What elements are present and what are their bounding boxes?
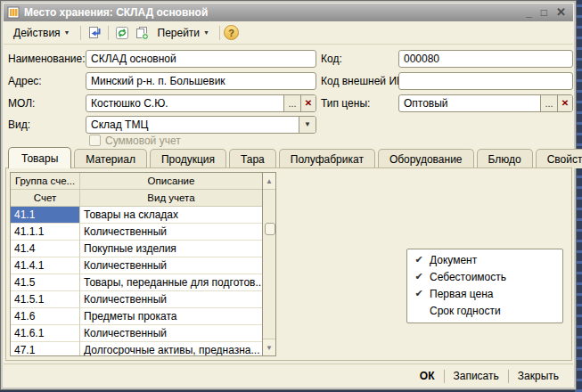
table-body: 41.1Товары на складах41.1.1Количественны… xyxy=(11,207,262,356)
code-input[interactable]: 000080 xyxy=(398,50,573,68)
description-cell[interactable]: Покупные изделия xyxy=(80,241,262,257)
code-label: Код: xyxy=(321,53,342,65)
menu-arrow-icon: ▼ xyxy=(64,29,70,36)
col-header-kind[interactable]: Вид учета xyxy=(80,190,262,207)
tab-тара[interactable]: Тара xyxy=(229,149,276,168)
dropdown-arrow-icon[interactable]: ▼ xyxy=(299,117,316,133)
titlebar[interactable]: Место хранения: СКЛАД основной _ □ ✕ xyxy=(4,4,573,21)
tab-оборудование[interactable]: Оборудование xyxy=(378,149,474,168)
accounts-grid: Группа сче... Описание Счет Вид учета 41… xyxy=(10,172,277,357)
tab-блюдо[interactable]: Блюдо xyxy=(477,149,533,168)
price-type-label: Тип цены: xyxy=(321,97,370,110)
toolbar-separator xyxy=(219,26,220,40)
minimize-button[interactable]: _ xyxy=(526,6,532,19)
scroll-down-icon[interactable]: ▼ xyxy=(263,339,275,355)
table-row[interactable]: 41.1Товары на складах xyxy=(11,207,262,224)
price-type-value: Оптовый xyxy=(399,95,540,111)
account-cell[interactable]: 41.6.1 xyxy=(11,325,80,342)
actions-menu-button[interactable]: Действия ▼ xyxy=(7,24,77,42)
mol-label: МОЛ: xyxy=(8,97,35,110)
kind-dropdown[interactable]: Склад ТМЦ ▼ xyxy=(86,116,316,134)
account-cell[interactable]: 41.5.1 xyxy=(11,291,80,308)
tab-продукция[interactable]: Продукция xyxy=(150,149,226,168)
close-button[interactable]: ✕ xyxy=(556,6,566,19)
table-subheader-row: Счет Вид учета xyxy=(11,190,262,207)
maximize-button[interactable]: □ xyxy=(541,6,547,19)
description-cell[interactable]: Количественный xyxy=(80,224,262,241)
algorithm-item[interactable]: ✔Себестоимость xyxy=(407,268,562,285)
col-header-account[interactable]: Счет xyxy=(11,190,80,207)
col-header-description[interactable]: Описание xyxy=(80,173,262,190)
description-cell[interactable]: Товары на складах xyxy=(80,207,262,224)
description-cell[interactable]: Количественный xyxy=(80,325,262,342)
mol-select-button[interactable]: ... xyxy=(283,95,300,111)
table-header-row: Группа сче... Описание xyxy=(11,173,262,190)
price-type-select-button[interactable]: ... xyxy=(540,95,557,111)
footer-command-bar: ОКЗаписатьЗакрыть xyxy=(4,363,573,388)
description-cell[interactable]: Долгосрочные активы, предназна... xyxy=(80,342,262,356)
table-row[interactable]: 41.4.1Количественный xyxy=(11,257,262,274)
address-input[interactable]: Минский р-н. п. Большевик xyxy=(86,72,316,90)
refresh-button[interactable] xyxy=(112,25,132,41)
algorithm-item-label: Себестоимость xyxy=(430,271,506,283)
price-type-input[interactable]: Оптовый ... ✕ xyxy=(398,94,573,112)
close-form-button[interactable]: Закрыть xyxy=(509,367,568,385)
col-header-account-group[interactable]: Группа сче... xyxy=(11,173,80,190)
price-type-clear-button[interactable]: ✕ xyxy=(557,95,572,111)
account-cell[interactable]: 41.4.1 xyxy=(11,257,80,274)
tab-материал[interactable]: Материал xyxy=(74,149,147,168)
sum-accounting-label: Суммовой учет xyxy=(105,135,181,147)
account-cell[interactable]: 41.5 xyxy=(11,274,80,291)
table-row[interactable]: 41.1.1Количественный xyxy=(11,224,262,241)
actions-label: Действия xyxy=(13,27,61,39)
screen: Место хранения: СКЛАД основной _ □ ✕ Дей… xyxy=(0,0,582,392)
mol-input[interactable]: Костюшко С.Ю. ... ✕ xyxy=(86,94,316,112)
mol-clear-button[interactable]: ✕ xyxy=(300,95,316,111)
name-input[interactable]: СКЛАД основной xyxy=(86,50,316,68)
description-cell[interactable]: Товары, переданные для подготов... xyxy=(80,274,262,291)
algorithm-item[interactable]: ✔Документ xyxy=(407,251,562,268)
table-row[interactable]: 41.6.1Количественный xyxy=(11,325,262,342)
account-cell[interactable]: 41.6 xyxy=(11,308,80,325)
description-cell[interactable]: Количественный xyxy=(80,291,262,308)
sum-accounting-checkbox xyxy=(89,135,101,146)
ext-code-input[interactable] xyxy=(398,72,573,90)
ok-button[interactable]: ОК xyxy=(411,367,444,385)
tab-свойства[interactable]: Свойства xyxy=(536,149,582,168)
account-cell[interactable]: 41.4 xyxy=(11,241,80,257)
algorithm-item[interactable]: ✔Первая цена xyxy=(407,285,562,302)
tab-полуфабрикат[interactable]: Полуфабрикат xyxy=(279,149,375,168)
refresh-icon xyxy=(115,26,129,40)
table-row[interactable]: 41.5Товары, переданные для подготов... xyxy=(11,274,262,291)
goto-menu-button[interactable]: Перейти ▼ xyxy=(152,24,217,42)
save-button[interactable] xyxy=(85,25,104,41)
kind-label: Вид: xyxy=(8,118,30,131)
table-row[interactable]: 41.6Предметы проката xyxy=(11,308,262,325)
catalog-icon xyxy=(7,6,20,19)
mol-value: Костюшко С.Ю. xyxy=(86,95,283,111)
table-scrollbar[interactable]: ▲ ▼ xyxy=(262,172,276,356)
account-cell[interactable]: 47.1 xyxy=(11,342,80,356)
description-cell[interactable]: Количественный xyxy=(80,257,262,274)
scrollbar-thumb[interactable] xyxy=(265,223,275,235)
algorithm-item[interactable]: Срок годности xyxy=(407,302,562,319)
account-cell[interactable]: 41.1 xyxy=(11,207,80,224)
description-cell[interactable]: Предметы проката xyxy=(80,308,262,325)
menu-arrow-icon: ▼ xyxy=(203,29,209,36)
tab-товары[interactable]: Товары xyxy=(8,147,71,168)
algorithm-listbox[interactable]: ✔Документ✔Себестоимость✔Первая ценаСрок … xyxy=(406,249,563,323)
name-label: Наименование: xyxy=(8,53,86,65)
toolbar: Действия ▼ xyxy=(4,21,573,45)
table-row[interactable]: 47.1Долгосрочные активы, предназна... xyxy=(11,342,262,356)
help-icon[interactable]: ? xyxy=(224,25,239,40)
write-button[interactable]: Записать xyxy=(445,367,508,385)
window-title: Место хранения: СКЛАД основной xyxy=(24,6,526,19)
save-icon xyxy=(87,26,102,40)
table-row[interactable]: 41.5.1Количественный xyxy=(11,291,262,308)
check-icon: ✔ xyxy=(414,254,424,265)
scroll-up-icon[interactable]: ▲ xyxy=(263,173,275,190)
account-cell[interactable]: 41.1.1 xyxy=(11,224,80,241)
copy-add-button[interactable] xyxy=(132,25,152,41)
accounts-table[interactable]: Группа сче... Описание Счет Вид учета 41… xyxy=(10,172,263,356)
table-row[interactable]: 41.4Покупные изделия xyxy=(11,241,262,257)
